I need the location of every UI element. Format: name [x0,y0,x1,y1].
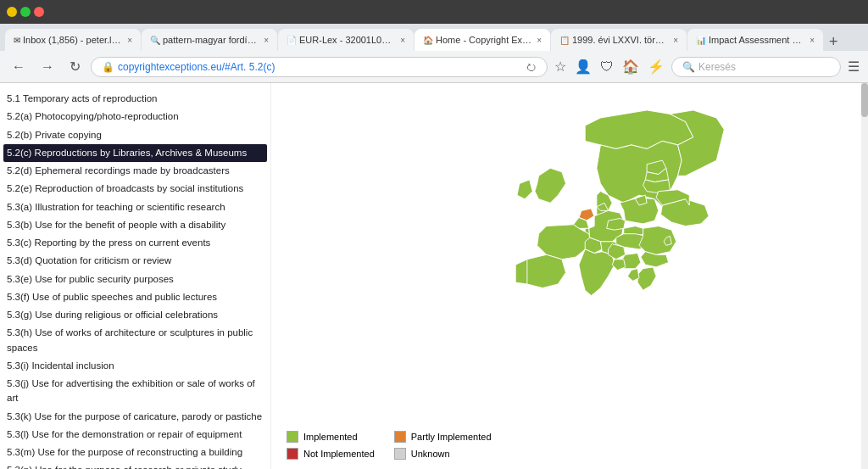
tab-tab2[interactable]: 🔍pattern-magyar fordítás-...× [142,29,277,51]
forward-button[interactable]: → [36,58,59,76]
sidebar-item-s3[interactable]: 5.2(b) Private copying [3,126,267,144]
menu-icon[interactable]: ☰ [846,57,861,76]
tab-tab6[interactable]: 📊Impact Assessment on th...× [687,29,823,51]
sidebar-item-s7[interactable]: 5.3(a) Illustration for teaching or scie… [3,198,267,216]
legend-color-l2 [394,431,406,443]
bookmark-icon[interactable]: ☆ [553,57,568,76]
legend-color-l4 [394,448,406,460]
sidebar-item-s6[interactable]: 5.2(e) Reproduction of broadcasts by soc… [3,180,267,198]
new-tab-button[interactable]: + [824,33,843,51]
sidebar-item-s15[interactable]: 5.3(i) Incidental inclusion [3,357,267,375]
back-button[interactable]: ← [7,58,31,76]
window-controls[interactable] [7,7,44,17]
legend-item-l4: Unknown [394,448,492,460]
legend-item-l2: Partly Implemented [394,431,492,443]
shield-icon[interactable]: 🛡 [598,58,615,76]
tab-tab4[interactable]: 🏠Home - Copyright Excepti...× [415,29,550,51]
main-content: 5.1 Temporary acts of reproduction5.2(a)… [0,83,868,469]
sidebar-item-s10[interactable]: 5.3(d) Quotation for criticism or review [3,252,267,270]
tab-tab3[interactable]: 📄EUR-Lex - 32001L0029 - HU× [278,29,414,51]
svg-rect-0 [299,83,840,469]
sidebar-item-s18[interactable]: 5.3(l) Use for the demonstration or repa… [3,426,267,444]
url-bar[interactable]: 🔒 copyrightexceptions.eu/#Art. 5.2(c) ⭮ [91,57,548,77]
reload-button[interactable]: ↻ [64,57,86,76]
search-bar[interactable]: 🔍 Keresés [671,57,841,77]
legend-item-l3: Not Implemented [287,448,384,460]
account-icon[interactable]: 👤 [573,57,593,76]
sidebar-item-s17[interactable]: 5.3(k) Use for the purpose of caricature… [3,408,267,426]
legend-label-l1: Implemented [303,432,358,442]
sidebar-item-s14[interactable]: 5.3(h) Use of works of architecture or s… [3,324,267,357]
tab-tab1[interactable]: ✉Inbox (1,856) - peter.labo...× [5,29,141,51]
sidebar-item-s12[interactable]: 5.3(f) Use of public speeches and public… [3,288,267,306]
sidebar-item-s20[interactable]: 5.3(n) Use for the purpose of research o… [3,461,267,469]
legend-label-l3: Not Implemented [303,449,375,459]
sidebar-item-s2[interactable]: 5.2(a) Photocopying/photo-reproduction [3,108,267,126]
sidebar: 5.1 Temporary acts of reproduction5.2(a)… [0,83,271,469]
map-area: ImplementedPartly ImplementedNot Impleme… [271,83,868,469]
legend-item-l1: Implemented [287,431,384,443]
tab-bar: ✉Inbox (1,856) - peter.labo...×🔍pattern-… [0,24,868,51]
scrollbar-thumb[interactable] [861,83,868,117]
sidebar-item-s16[interactable]: 5.3(j) Use for advertising the exhibitio… [3,375,267,408]
sidebar-item-s9[interactable]: 5.3(c) Reporting by the press on current… [3,234,267,252]
legend: ImplementedPartly ImplementedNot Impleme… [280,426,498,467]
search-placeholder: Keresés [698,61,736,73]
scrollbar[interactable] [861,83,868,469]
home-icon[interactable]: 🏠 [620,57,641,76]
sidebar-item-s13[interactable]: 5.3(g) Use during religious or official … [3,306,267,324]
legend-label-l2: Partly Implemented [411,432,492,442]
sidebar-item-s4[interactable]: 5.2(c) Reproductions by Libraries, Archi… [3,144,267,162]
close-button[interactable] [34,7,44,17]
legend-color-l1 [287,431,298,443]
address-bar: ← → ↻ 🔒 copyrightexceptions.eu/#Art. 5.2… [0,51,868,83]
sidebar-item-s8[interactable]: 5.3(b) Use for the benefit of people wit… [3,216,267,234]
window-topbar [0,0,868,24]
europe-map[interactable] [271,83,868,469]
sidebar-item-s11[interactable]: 5.3(e) Use for public security purposes [3,271,267,288]
sidebar-item-s1[interactable]: 5.1 Temporary acts of reproduction [3,90,267,108]
toolbar-icons: ☆ 👤 🛡 🏠 ⚡ [553,57,666,76]
tab-tab5[interactable]: 📋1999. évi LXXVI. törvény -...× [551,29,687,51]
legend-label-l4: Unknown [411,449,450,459]
sidebar-item-s5[interactable]: 5.2(d) Ephemeral recordings made by broa… [3,162,267,180]
sidebar-item-s19[interactable]: 5.3(m) Use for the purpose of reconstruc… [3,444,267,461]
extensions-icon[interactable]: ⚡ [646,57,666,76]
legend-color-l3 [287,448,298,460]
maximize-button[interactable] [20,7,31,17]
url-text: copyrightexceptions.eu/#Art. 5.2(c) [118,61,275,73]
minimize-button[interactable] [7,7,17,17]
